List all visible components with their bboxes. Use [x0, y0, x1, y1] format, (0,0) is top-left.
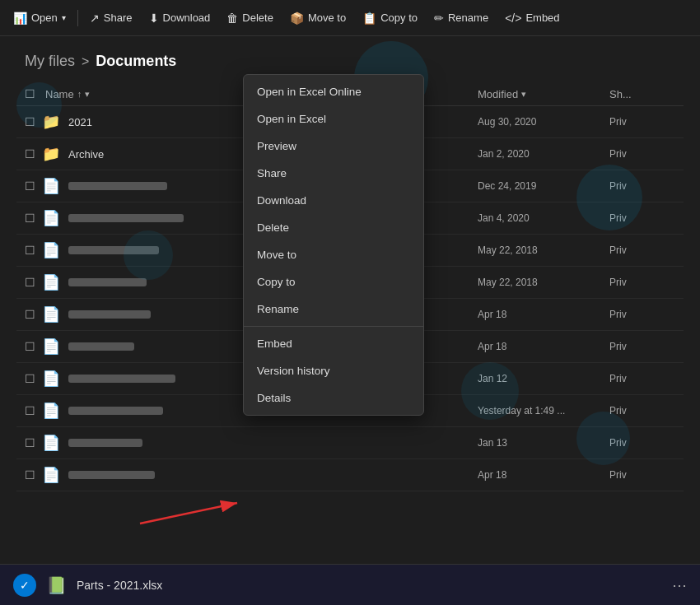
context-menu-moveto[interactable]: Move to: [244, 241, 423, 268]
file-name: [68, 437, 478, 449]
context-menu-embed[interactable]: Embed: [244, 330, 423, 357]
file-icon: 📄: [42, 305, 60, 323]
file-modified: Apr 18: [478, 469, 609, 481]
file-shared: Priv: [609, 309, 675, 320]
toolbar: 📊 Open ▾ ↗ Share ⬇ Download 🗑 Delete 📦 M…: [0, 0, 700, 36]
file-icon: 📄: [42, 402, 60, 420]
file-icon: 📄: [42, 434, 60, 452]
breadcrumb-myfiles[interactable]: My files: [25, 53, 75, 70]
context-menu-copyto[interactable]: Copy to: [244, 268, 423, 296]
file-modified: Jan 12: [478, 373, 609, 384]
toolbar-delete[interactable]: 🗑 Delete: [220, 8, 280, 28]
file-shared: Priv: [609, 180, 675, 192]
file-checkbox[interactable]: ☐: [25, 115, 35, 128]
file-shared: Priv: [609, 341, 675, 352]
breadcrumb-separator: >: [82, 54, 89, 69]
copyto-icon: 📋: [362, 12, 376, 25]
file-icon: 📄: [42, 177, 60, 195]
file-modified: Apr 18: [478, 341, 609, 352]
col-modified-header[interactable]: Modified ▾: [478, 88, 609, 100]
file-modified: Dec 24, 2019: [478, 180, 609, 192]
context-menu-open-excel[interactable]: Open in Excel: [244, 105, 423, 133]
file-checkbox[interactable]: ☐: [25, 276, 35, 289]
delete-icon: 🗑: [226, 12, 238, 25]
file-checkbox[interactable]: ☐: [25, 436, 35, 449]
file-icon: 📄: [42, 273, 60, 291]
sort-arrow-icon: ↑: [77, 89, 82, 99]
file-shared: Priv: [609, 116, 675, 128]
context-menu-share[interactable]: Share: [244, 160, 423, 187]
open-dropdown-arrow[interactable]: ▾: [62, 13, 66, 22]
file-icon: 📄: [42, 466, 60, 484]
share-icon: ↗: [90, 12, 100, 25]
arrow-indicator: [132, 491, 247, 535]
context-menu-open-excel-online[interactable]: Open in Excel Online: [244, 78, 423, 105]
context-menu-rename[interactable]: Rename: [244, 296, 423, 323]
file-modified: May 22, 2018: [478, 244, 609, 256]
file-shared: Priv: [609, 469, 675, 481]
toolbar-open[interactable]: 📊 Open ▾: [7, 8, 72, 28]
file-shared: Priv: [609, 437, 675, 449]
more-options-icon[interactable]: ⋯: [672, 576, 687, 594]
breadcrumb-current: Documents: [96, 53, 176, 70]
file-row[interactable]: ☐ 📄 Apr 18 Priv: [16, 459, 684, 491]
file-modified: Yesterday at 1:49 ...: [478, 405, 609, 417]
file-icon: 📄: [42, 337, 60, 356]
rename-icon: ✏: [434, 12, 444, 25]
file-name: [68, 469, 478, 482]
file-modified: Aug 30, 2020: [478, 116, 609, 128]
file-shared: Priv: [609, 244, 675, 256]
moveto-icon: 📦: [290, 12, 304, 25]
file-checkbox[interactable]: ☐: [25, 212, 35, 225]
file-modified: Jan 2, 2020: [478, 148, 609, 160]
file-checkbox[interactable]: ☐: [25, 372, 35, 385]
folder-icon: 📁: [42, 113, 60, 131]
selection-indicator: ✓: [13, 574, 36, 597]
svg-line-1: [140, 503, 237, 524]
col-name-checkbox-icon: ☐: [25, 87, 35, 100]
col-shared-header: Sh...: [609, 88, 675, 100]
toolbar-download[interactable]: ⬇ Download: [142, 8, 217, 28]
folder-icon: 📁: [42, 145, 60, 163]
file-shared: Priv: [609, 148, 675, 160]
context-menu: Open in Excel Online Open in Excel Previ…: [243, 74, 424, 416]
context-menu-delete[interactable]: Delete: [244, 214, 423, 241]
open-icon: 📊: [13, 12, 27, 25]
file-icon: 📄: [42, 370, 60, 388]
file-modified: Jan 13: [478, 437, 609, 449]
toolbar-divider-1: [77, 10, 78, 26]
download-icon: ⬇: [149, 12, 159, 25]
file-checkbox[interactable]: ☐: [25, 468, 35, 482]
file-icon: 📄: [42, 209, 60, 227]
context-menu-version-history[interactable]: Version history: [244, 357, 423, 384]
file-shared: Priv: [609, 277, 675, 288]
toolbar-share[interactable]: ↗ Share: [83, 8, 139, 28]
file-shared: Priv: [609, 373, 675, 384]
toolbar-rename[interactable]: ✏ Rename: [427, 8, 495, 28]
file-checkbox[interactable]: ☐: [25, 147, 35, 161]
context-menu-details[interactable]: Details: [244, 384, 423, 412]
file-checkbox[interactable]: ☐: [25, 340, 35, 353]
file-modified: Jan 4, 2020: [478, 212, 609, 224]
file-modified: Apr 18: [478, 309, 609, 320]
context-menu-preview[interactable]: Preview: [244, 133, 423, 160]
toolbar-embed[interactable]: </> Embed: [498, 8, 566, 28]
arrow-svg: [132, 491, 247, 532]
file-row[interactable]: ☐ 📄 Jan 13 Priv: [16, 427, 684, 459]
context-menu-download[interactable]: Download: [244, 187, 423, 214]
bottom-file-name: Parts - 2021.xlsx: [77, 579, 162, 592]
file-shared: Priv: [609, 405, 675, 417]
file-checkbox[interactable]: ☐: [25, 404, 35, 417]
file-modified: May 22, 2018: [478, 277, 609, 288]
file-shared: Priv: [609, 212, 675, 224]
toolbar-moveto[interactable]: 📦 Move to: [283, 8, 352, 28]
file-checkbox[interactable]: ☐: [25, 308, 35, 321]
bottom-file-icon: 📗: [46, 575, 67, 595]
bottom-bar: ✓ 📗 Parts - 2021.xlsx ⋯: [0, 564, 700, 605]
toolbar-copyto[interactable]: 📋 Copy to: [356, 8, 424, 28]
modified-filter-icon[interactable]: ▾: [521, 89, 526, 100]
file-checkbox[interactable]: ☐: [25, 179, 35, 193]
name-filter-icon[interactable]: ▾: [85, 89, 90, 100]
embed-icon: </>: [505, 12, 521, 25]
file-checkbox[interactable]: ☐: [25, 244, 35, 257]
